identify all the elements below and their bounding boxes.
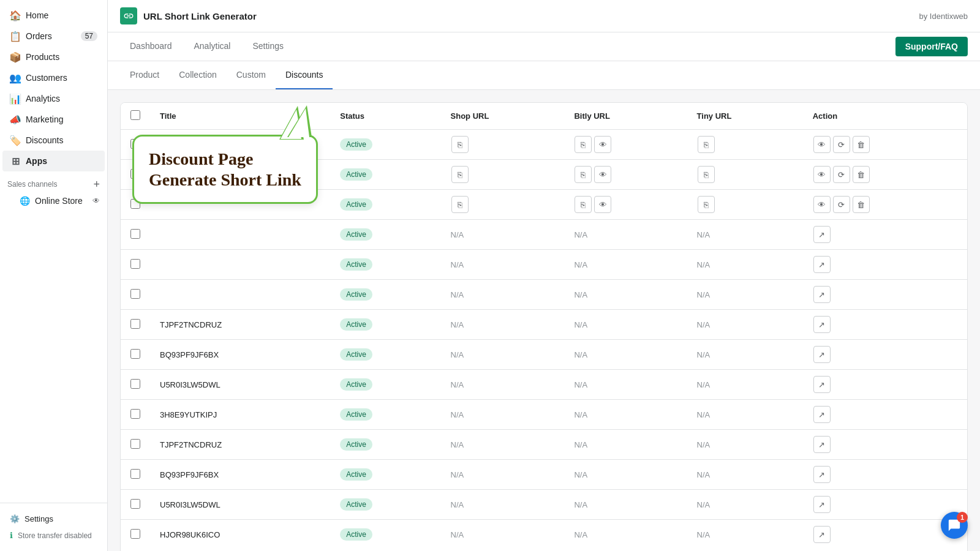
sales-channels-label: Sales channels (7, 180, 57, 189)
row-checkbox[interactable] (130, 259, 140, 269)
copy-tiny-url-button[interactable]: ⎘ (698, 166, 715, 183)
view-button[interactable]: 👁 (813, 166, 831, 183)
table-row: HJOR98UK6ICOActiveN/AN/AN/A↗ (121, 520, 967, 550)
row-checkbox[interactable] (130, 379, 140, 389)
sidebar-item-products[interactable]: 📦 Products (2, 47, 105, 67)
sidebar-item-apps[interactable]: ⊞ Apps (2, 151, 105, 171)
row-checkbox[interactable] (130, 439, 140, 449)
refresh-button[interactable]: ⟳ (833, 166, 850, 183)
cell-action: ↗ (803, 220, 967, 250)
row-checkbox[interactable] (130, 319, 140, 329)
row-checkbox[interactable] (130, 289, 140, 299)
chat-button[interactable]: 1 (941, 512, 968, 539)
table-row: BQ93PF9JF6BXActiveN/AN/AN/A↗ (121, 340, 967, 370)
delete-button[interactable]: 🗑 (853, 136, 870, 153)
tab-dashboard[interactable]: Dashboard (120, 32, 182, 61)
page-tab-product[interactable]: Product (120, 61, 169, 89)
view-bitly-url-button[interactable]: 👁 (594, 136, 611, 153)
row-checkbox[interactable] (130, 229, 140, 239)
cell-action: ↗ (803, 280, 967, 310)
sidebar-item-online-store[interactable]: 🌐 Online Store 👁 (0, 192, 107, 209)
external-link-button[interactable]: ↗ (813, 466, 831, 483)
cell-bitly-url: ⎘👁 (564, 190, 687, 220)
select-all-checkbox[interactable] (130, 110, 140, 120)
settings-link[interactable]: ⚙️ Settings (7, 511, 100, 527)
copy-shop-url-button[interactable]: ⎘ (451, 136, 469, 153)
external-link-button[interactable]: ↗ (813, 256, 831, 273)
view-button[interactable]: 👁 (813, 196, 831, 213)
cell-title (150, 250, 330, 280)
view-bitly-url-button[interactable]: 👁 (594, 166, 611, 183)
sidebar-item-home[interactable]: 🏠 Home (2, 5, 105, 26)
view-bitly-url-button[interactable]: 👁 (594, 196, 611, 213)
cell-bitly-url: N/A (564, 490, 687, 520)
cell-action: ↗ (803, 430, 967, 460)
row-checkbox[interactable] (130, 499, 140, 509)
support-faq-button[interactable]: Support/FAQ (895, 37, 968, 56)
refresh-button[interactable]: ⟳ (833, 136, 850, 153)
refresh-button[interactable]: ⟳ (833, 196, 850, 213)
external-link-button[interactable]: ↗ (813, 406, 831, 423)
copy-shop-url-button[interactable]: ⎘ (451, 196, 469, 213)
na-text: N/A (574, 380, 587, 389)
cell-shop-url: N/A (441, 430, 565, 460)
sidebar-item-marketing[interactable]: 📣 Marketing (2, 109, 105, 130)
copy-tiny-url-button[interactable]: ⎘ (698, 196, 715, 213)
callout-line2: Generate Short Link (149, 170, 301, 190)
view-button[interactable]: 👁 (813, 136, 831, 153)
sidebar-item-customers[interactable]: 👥 Customers (2, 67, 105, 88)
cell-shop-url: ⎘ (441, 160, 565, 190)
external-link-button[interactable]: ↗ (813, 436, 831, 453)
row-checkbox[interactable] (130, 469, 140, 479)
cell-shop-url: N/A (441, 310, 565, 340)
delete-button[interactable]: 🗑 (853, 196, 870, 213)
table-row: ActiveN/AN/AN/A↗ (121, 220, 967, 250)
cell-shop-url: ⎘ (441, 130, 565, 160)
cell-bitly-url: N/A (564, 520, 687, 550)
online-store-eye-icon: 👁 (92, 197, 100, 205)
external-link-button[interactable]: ↗ (813, 316, 831, 333)
cell-tiny-url: N/A (687, 280, 803, 310)
sidebar-item-analytics[interactable]: 📊 Analytics (2, 88, 105, 109)
page-tab-custom[interactable]: Custom (227, 61, 276, 89)
page-tab-discounts[interactable]: Discounts (276, 61, 333, 89)
na-text: N/A (451, 440, 464, 449)
sidebar-item-discounts[interactable]: 🏷️ Discounts (2, 130, 105, 151)
row-checkbox[interactable] (130, 529, 140, 539)
cell-status: Active (330, 310, 440, 340)
external-link-button[interactable]: ↗ (813, 286, 831, 303)
row-checkbox[interactable] (130, 409, 140, 419)
copy-bitly-url-button[interactable]: ⎘ (575, 136, 592, 153)
cell-title: BQ93PF9JF6BX (150, 460, 330, 490)
cell-tiny-url: ⎘ (687, 160, 803, 190)
cell-title: U5R0I3LW5DWL (150, 490, 330, 520)
status-badge: Active (340, 198, 372, 211)
status-badge: Active (340, 318, 372, 331)
na-text: N/A (574, 350, 587, 359)
copy-bitly-url-button[interactable]: ⎘ (575, 166, 592, 183)
store-transfer-label: Store transfer disabled (18, 531, 92, 540)
topbar-left: URL Short Link Generator (120, 7, 257, 24)
row-checkbox[interactable] (130, 349, 140, 359)
external-link-button[interactable]: ↗ (813, 496, 831, 513)
sidebar-item-orders[interactable]: 📋 Orders 57 (2, 26, 105, 47)
sidebar-label-customers: Customers (26, 73, 67, 83)
tab-settings[interactable]: Settings (243, 32, 293, 61)
copy-tiny-url-button[interactable]: ⎘ (698, 136, 715, 153)
add-sales-channel-button[interactable]: + (93, 179, 100, 190)
copy-bitly-url-button[interactable]: ⎘ (575, 196, 592, 213)
tab-analytical[interactable]: Analytical (184, 32, 241, 61)
external-link-button[interactable]: ↗ (813, 226, 831, 243)
delete-button[interactable]: 🗑 (853, 166, 870, 183)
page-tab-collection[interactable]: Collection (169, 61, 226, 89)
cell-bitly-url: N/A (564, 310, 687, 340)
external-link-button[interactable]: ↗ (813, 376, 831, 393)
na-text: N/A (697, 440, 710, 449)
na-text: N/A (451, 230, 464, 239)
copy-shop-url-button[interactable]: ⎘ (451, 166, 469, 183)
external-link-button[interactable]: ↗ (813, 526, 831, 543)
cell-bitly-url: N/A (564, 370, 687, 400)
cell-action: 👁⟳🗑 (803, 190, 967, 220)
settings-label: Settings (24, 514, 53, 523)
external-link-button[interactable]: ↗ (813, 346, 831, 363)
